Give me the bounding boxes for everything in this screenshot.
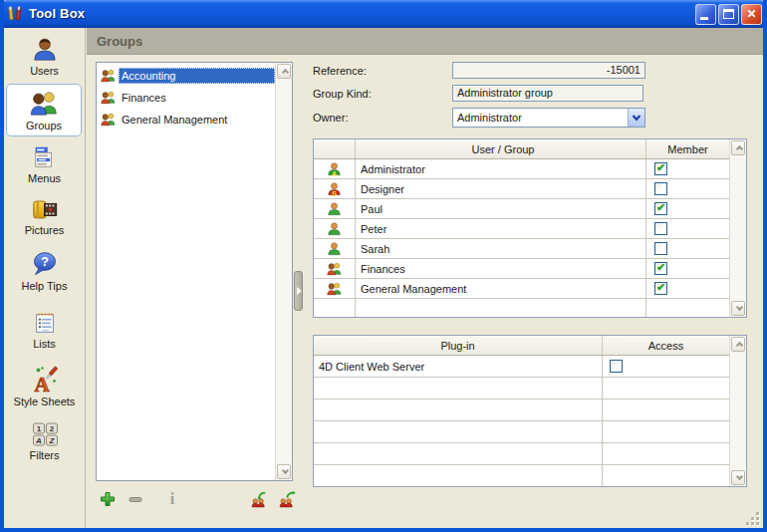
group-name: Finances bbox=[119, 90, 275, 106]
sidebar-item-help-tips[interactable]: ? Help Tips bbox=[4, 249, 85, 292]
member-checkbox[interactable] bbox=[654, 202, 667, 215]
chevron-up-icon bbox=[736, 342, 743, 349]
empty-row bbox=[314, 399, 746, 421]
empty-row bbox=[314, 443, 746, 465]
help-tips-icon: ? bbox=[30, 249, 60, 279]
scroll-down-button[interactable] bbox=[731, 470, 745, 485]
plugin-column-header: Plug-in bbox=[314, 336, 603, 355]
sidebar-item-groups[interactable]: Groups bbox=[6, 84, 82, 136]
sidebar-item-menus[interactable]: Menus bbox=[4, 143, 85, 184]
member-row[interactable]: Paul bbox=[314, 199, 746, 219]
resize-grip[interactable] bbox=[746, 512, 759, 525]
group-list-scrollbar[interactable] bbox=[275, 63, 292, 480]
chevron-down-icon bbox=[736, 473, 743, 480]
lists-icon bbox=[31, 309, 59, 337]
save-users-icon bbox=[278, 490, 297, 509]
chevron-down-icon bbox=[736, 304, 743, 311]
group-icon bbox=[326, 281, 343, 297]
access-column-header: Access bbox=[603, 336, 729, 355]
user-group-name: Designer bbox=[356, 179, 646, 198]
member-checkbox[interactable] bbox=[654, 242, 667, 255]
plugins-table: Plug-in Access 4D Client Web Server bbox=[313, 335, 747, 487]
members-table-scrollbar[interactable] bbox=[729, 139, 746, 317]
svg-text:1: 1 bbox=[36, 424, 41, 433]
sidebar-item-label: Menus bbox=[4, 172, 85, 184]
scroll-up-button[interactable] bbox=[731, 140, 745, 155]
minimize-button[interactable] bbox=[695, 4, 716, 25]
content-area: Accounting Finances General Management bbox=[87, 55, 767, 528]
load-users-groups-button[interactable] bbox=[250, 490, 270, 510]
remove-group-button[interactable] bbox=[127, 490, 146, 510]
plugins-table-scrollbar[interactable] bbox=[729, 336, 746, 486]
scroll-down-button[interactable] bbox=[277, 464, 291, 479]
member-row[interactable]: General Management bbox=[314, 279, 746, 299]
owner-select[interactable]: Administrator bbox=[452, 108, 645, 128]
member-checkbox[interactable] bbox=[654, 262, 667, 275]
close-icon: ✕ bbox=[742, 7, 761, 21]
plugin-row[interactable]: 4D Client Web Server bbox=[314, 356, 746, 378]
group-kind-label: Group Kind: bbox=[313, 88, 372, 100]
add-group-button[interactable] bbox=[99, 490, 119, 510]
access-checkbox[interactable] bbox=[610, 360, 623, 373]
chevron-down-icon bbox=[282, 467, 289, 474]
group-kind-field[interactable]: Administrator group bbox=[452, 85, 643, 102]
page-header: Groups bbox=[87, 28, 767, 55]
group-list-item-finances[interactable]: Finances bbox=[97, 87, 275, 109]
member-checkbox[interactable] bbox=[654, 282, 667, 295]
member-row[interactable]: S Designer bbox=[314, 179, 746, 199]
scroll-up-button[interactable] bbox=[277, 64, 291, 79]
member-checkbox[interactable] bbox=[654, 162, 667, 175]
user-group-name: Finances bbox=[356, 259, 646, 278]
maximize-button[interactable] bbox=[718, 4, 739, 25]
scroll-up-button[interactable] bbox=[731, 337, 745, 352]
group-icon bbox=[100, 68, 117, 84]
sidebar-item-lists[interactable]: Lists bbox=[4, 309, 85, 350]
sidebar-item-filters[interactable]: 1 2 A Z Filters bbox=[4, 420, 85, 461]
sidebar-item-label: Pictures bbox=[4, 224, 85, 236]
member-row[interactable]: Sarah bbox=[314, 239, 746, 259]
chevron-up-icon bbox=[282, 69, 289, 76]
scroll-down-button[interactable] bbox=[731, 301, 745, 316]
minus-icon bbox=[127, 490, 144, 508]
user-icon bbox=[326, 221, 343, 237]
group-icon bbox=[100, 90, 117, 106]
reference-field[interactable]: -15001 bbox=[452, 62, 645, 79]
sidebar-item-pictures[interactable]: Pictures bbox=[4, 195, 85, 236]
sidebar-item-users[interactable]: Users bbox=[4, 36, 85, 77]
member-row[interactable]: Peter bbox=[314, 219, 746, 239]
window-title: Tool Box bbox=[29, 6, 85, 21]
member-column-header: Member bbox=[646, 139, 729, 158]
member-row[interactable]: A Administrator bbox=[314, 159, 746, 179]
group-list: Accounting Finances General Management bbox=[96, 62, 293, 481]
member-row[interactable]: Finances bbox=[314, 259, 746, 279]
group-icon bbox=[326, 261, 343, 277]
dropdown-button[interactable] bbox=[628, 109, 644, 127]
pictures-icon bbox=[31, 195, 59, 223]
panel-splitter[interactable] bbox=[294, 271, 303, 311]
plugin-name: 4D Client Web Server bbox=[314, 356, 603, 377]
sidebar-item-label: Users bbox=[4, 65, 85, 77]
group-name: General Management bbox=[119, 112, 275, 128]
member-checkbox[interactable] bbox=[654, 182, 667, 195]
members-table: User / Group Member A Administrator S De… bbox=[313, 138, 747, 318]
empty-row bbox=[314, 465, 746, 487]
user-group-column-header: User / Group bbox=[356, 139, 646, 158]
plugins-table-header: Plug-in Access bbox=[314, 336, 746, 356]
close-button[interactable]: ✕ bbox=[741, 4, 762, 25]
sidebar-item-label: Help Tips bbox=[4, 280, 85, 292]
maximize-icon bbox=[723, 9, 734, 19]
title-bar[interactable]: Tool Box ✕ bbox=[0, 0, 767, 28]
svg-text:A: A bbox=[35, 436, 42, 445]
page-title: Groups bbox=[97, 34, 142, 49]
group-list-item-accounting[interactable]: Accounting bbox=[97, 65, 275, 87]
sidebar-item-label: Filters bbox=[4, 449, 85, 461]
collapse-arrow-icon bbox=[297, 287, 302, 295]
info-button[interactable]: i bbox=[162, 490, 182, 510]
member-checkbox[interactable] bbox=[654, 222, 667, 235]
sidebar-item-style-sheets[interactable]: A Style Sheets bbox=[4, 365, 85, 407]
user-group-name: Administrator bbox=[356, 159, 646, 178]
group-list-item-general-management[interactable]: General Management bbox=[97, 109, 275, 131]
toolbox-app-icon bbox=[7, 5, 24, 22]
user-icon bbox=[326, 201, 343, 217]
save-users-groups-button[interactable] bbox=[278, 490, 298, 510]
